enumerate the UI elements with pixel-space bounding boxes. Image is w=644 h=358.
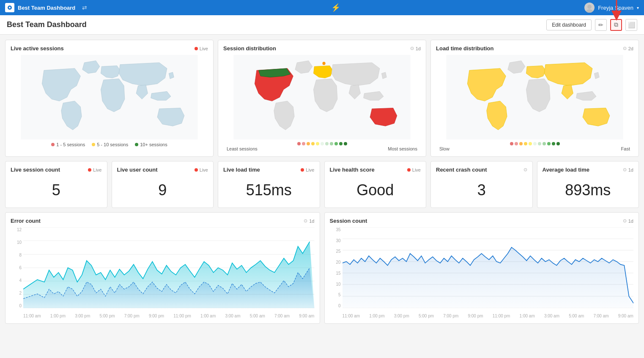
metric-header-1: Live user count Live (117, 167, 208, 173)
metric-title-4: Recent crash count (436, 167, 487, 173)
session-count-chart-container: 35 30 25 20 15 10 5 0 (330, 227, 634, 318)
legend-dot-yellow (92, 143, 95, 146)
metric-live-dot-0 (88, 168, 91, 172)
error-count-x-axis: 11:00 am 1:00 pm 3:00 pm 5:00 pm 7:00 pm… (23, 312, 315, 318)
clock-icon-session: ⊙ (623, 218, 627, 224)
metric-live-dot-2 (301, 168, 304, 172)
edit-dashboard-button[interactable]: Edit dashboard (546, 19, 592, 30)
metric-title-2: Live load time (223, 167, 260, 173)
metric-card-2: Live load time Live 515ms (218, 161, 320, 208)
metric-row: Live session count Live 5 Live user coun… (5, 161, 639, 208)
scale-dot-3 (307, 142, 310, 145)
header-actions: Edit dashboard ✏ ⧉ ⬜ (546, 19, 637, 31)
load-time-distribution-scale-labels: Slow Fast (436, 146, 633, 151)
user-avatar (584, 3, 595, 13)
error-count-chart-container: 12 10 8 6 4 2 0 (11, 227, 315, 318)
metric-live-dot-3 (407, 168, 411, 172)
svg-point-2 (9, 7, 11, 8)
load-scale-dot-3 (519, 142, 523, 145)
error-count-chart-area (23, 227, 315, 308)
load-scale-dot-4 (524, 142, 527, 145)
svg-point-3 (587, 5, 592, 9)
load-time-distribution-scale (436, 142, 633, 145)
metric-header-5: Average load time ⊙ 1d (543, 167, 634, 173)
session-distribution-card: Session distribution ⊙ 1d (218, 40, 426, 157)
error-count-title: Error count (11, 218, 41, 224)
live-sessions-header: Live active sessions Live (11, 45, 208, 52)
load-time-distribution-badge: ⊙ 2d (623, 46, 633, 51)
nav-right: Freyja Spaven ▾ (584, 3, 639, 13)
metric-value-1: 9 (117, 176, 208, 202)
error-count-y-axis: 12 10 8 6 4 2 0 (11, 227, 23, 308)
clock-icon-2: ⊙ (623, 46, 627, 51)
load-scale-dot-7 (538, 142, 541, 145)
metric-value-0: 5 (11, 176, 102, 202)
nav-left: Best Team Dashboard ⇄ (5, 3, 87, 12)
session-distribution-map (223, 55, 421, 139)
error-count-header: Error count ⊙ 1d (11, 218, 315, 224)
legend-item-1-5: 1 - 5 sessions (51, 142, 85, 147)
nav-dashboard-name[interactable]: Best Team Dashboard (18, 5, 75, 11)
error-count-svg (23, 227, 315, 308)
metric-header-0: Live session count Live (11, 167, 102, 173)
session-distribution-header: Session distribution ⊙ 1d (223, 45, 421, 52)
metric-header-4: Recent crash count ⊙ (436, 167, 527, 173)
load-time-distribution-map (436, 55, 633, 139)
session-count-chart-area (343, 227, 634, 308)
session-count-x-axis: 11:00 am 1:00 pm 3:00 pm 5:00 pm 7:00 pm… (343, 312, 634, 318)
metric-card-0: Live session count Live 5 (5, 161, 107, 208)
pencil-icon-button[interactable]: ✏ (595, 19, 607, 31)
metric-value-4: 3 (436, 176, 527, 202)
load-scale-dot-9 (547, 142, 551, 145)
legend-item-5-10: 5 - 10 sessions (92, 142, 128, 147)
page-header: Best Team Dashboard Edit dashboard ✏ ⧉ ⬜ (0, 15, 644, 35)
metric-title-1: Live user count (117, 167, 158, 173)
live-sessions-badge: Live (195, 46, 208, 51)
scale-dot-4 (311, 142, 315, 145)
metric-badge-1: Live (195, 167, 208, 172)
metric-badge-4: ⊙ (523, 167, 527, 172)
tv-icon-button[interactable]: ⬜ (625, 19, 637, 31)
load-scale-dot-10 (552, 142, 555, 145)
session-count-card: Session count ⊙ 1d 35 30 25 20 15 10 5 0 (324, 212, 639, 324)
legend-dot-red (51, 143, 55, 146)
lightning-icon: ⚡ (331, 3, 340, 12)
top-navigation: Best Team Dashboard ⇄ ⚡ Freyja Spaven ▾ (0, 0, 644, 15)
metric-title-0: Live session count (11, 167, 60, 173)
map-row: Live active sessions Live (5, 40, 639, 157)
session-count-y-axis: 35 30 25 20 15 10 5 0 (330, 227, 343, 308)
metric-badge-0: Live (88, 167, 101, 172)
clock-icon-error: ⊙ (304, 218, 307, 224)
chart-row: Error count ⊙ 1d 12 10 8 6 4 2 0 (5, 212, 639, 324)
app-icon (5, 3, 14, 12)
legend-item-10plus: 10+ sessions (135, 142, 167, 147)
session-count-title: Session count (330, 218, 367, 224)
metric-card-3: Live health score Live Good (324, 161, 427, 208)
session-count-svg (343, 227, 634, 308)
scale-dot-10 (339, 142, 343, 145)
load-scale-dot-6 (533, 142, 537, 145)
copy-icon-button[interactable]: ⧉ (610, 19, 622, 31)
share-icon[interactable]: ⇄ (82, 4, 87, 11)
scale-dot-7 (325, 142, 329, 145)
error-count-card: Error count ⊙ 1d 12 10 8 6 4 2 0 (5, 212, 320, 324)
svg-point-4 (586, 9, 593, 13)
page-title: Best Team Dashboard (7, 20, 87, 29)
session-distribution-scale-labels: Least sessions Most sessions (223, 146, 421, 151)
load-time-distribution-map-svg (436, 55, 633, 139)
session-distribution-badge: ⊙ 1d (410, 46, 421, 51)
scale-dot-9 (334, 142, 338, 145)
metric-card-1: Live user count Live 9 (112, 161, 214, 208)
load-scale-dot-8 (543, 142, 546, 145)
load-scale-dot-2 (515, 142, 518, 145)
user-dropdown-arrow[interactable]: ▾ (637, 5, 639, 10)
scale-dot-5 (316, 142, 319, 145)
error-count-badge: ⊙ 1d (304, 218, 314, 224)
live-sessions-map (11, 55, 208, 139)
session-distribution-map-svg (223, 55, 421, 139)
load-scale-dot-1 (510, 142, 513, 145)
load-scale-dot-5 (529, 142, 532, 145)
scale-dot-1 (297, 142, 301, 145)
scale-dot-2 (302, 142, 305, 145)
scale-dot-11 (344, 142, 347, 145)
